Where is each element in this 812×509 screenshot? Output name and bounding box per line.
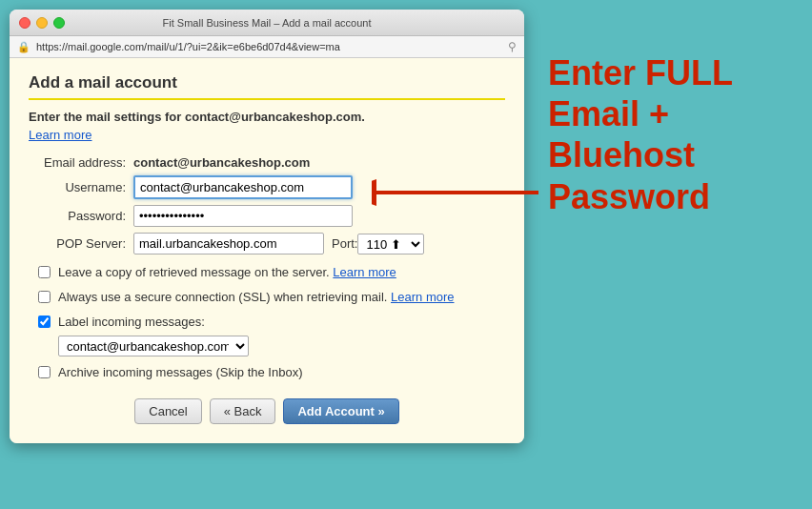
annotation-block: Enter FULL Email + Bluehost Password [548, 52, 733, 217]
password-label: Password: [29, 209, 133, 223]
annotation-line3: Bluehost [548, 134, 733, 175]
password-input[interactable] [133, 205, 353, 227]
cancel-button[interactable]: Cancel [134, 398, 201, 424]
label-dropdown[interactable]: contact@urbancakeshop.com [58, 336, 249, 356]
copy-checkbox-row: Leave a copy of retrieved message on the… [38, 264, 505, 281]
port-select[interactable]: 110 ⬆ 995 143 [357, 234, 424, 254]
instruction-text: Enter the mail settings for contact@urba… [29, 110, 505, 124]
port-label: Port: [332, 236, 357, 251]
close-button[interactable] [19, 17, 30, 29]
back-button[interactable]: « Back [210, 398, 276, 424]
port-field-group: 110 ⬆ 995 143 [357, 234, 424, 254]
ssl-learn-more-link[interactable]: Learn more [391, 290, 454, 304]
minimize-button[interactable] [36, 17, 48, 29]
email-address-value: contact@urbancakeshop.com [133, 155, 310, 170]
copy-learn-more-link[interactable]: Learn more [333, 265, 396, 279]
instruction-bold: Enter the mail settings for contact@urba… [29, 110, 365, 124]
page-wrapper: Fit Small Business Mail – Add a mail acc… [0, 0, 812, 509]
username-input[interactable] [133, 175, 353, 199]
dialog-title: Add a mail account [29, 73, 505, 100]
button-row: Cancel « Back Add Account » [29, 398, 505, 424]
popserver-input[interactable] [133, 233, 324, 254]
red-arrow-svg [372, 173, 543, 212]
popserver-row: POP Server: Port: 110 ⬆ 995 143 [29, 233, 505, 254]
lock-icon: 🔒 [17, 41, 30, 53]
popserver-label: POP Server: [29, 236, 133, 251]
annotation-line2: Email + [548, 93, 733, 134]
url-text: https://mail.google.com/mail/u/1/?ui=2&i… [36, 41, 502, 52]
copy-checkbox[interactable] [38, 266, 51, 278]
arrow-annotation [372, 173, 543, 214]
annotation-line1: Enter FULL [548, 52, 733, 93]
maximize-button[interactable] [53, 17, 65, 29]
browser-window: Fit Small Business Mail – Add a mail acc… [10, 10, 524, 443]
email-address-row: Email address: contact@urbancakeshop.com [29, 155, 505, 170]
address-bar: 🔒 https://mail.google.com/mail/u/1/?ui=2… [10, 36, 524, 58]
annotation-line4: Password [548, 176, 733, 217]
ssl-checkbox[interactable] [38, 291, 51, 303]
archive-label: Archive incoming messages (Skip the Inbo… [58, 364, 303, 381]
label-checkbox[interactable] [38, 316, 51, 328]
archive-checkbox[interactable] [38, 366, 51, 378]
title-bar: Fit Small Business Mail – Add a mail acc… [10, 10, 524, 36]
traffic-lights [19, 17, 65, 29]
window-title: Fit Small Business Mail – Add a mail acc… [163, 17, 372, 29]
instruction-block: Enter the mail settings for contact@urba… [29, 110, 505, 142]
email-label: Email address: [29, 155, 133, 170]
copy-label: Leave a copy of retrieved message on the… [58, 264, 396, 281]
username-label: Username: [29, 180, 133, 194]
ssl-checkbox-row: Always use a secure connection (SSL) whe… [38, 289, 505, 306]
search-icon[interactable]: ⚲ [508, 40, 517, 53]
ssl-label: Always use a secure connection (SSL) whe… [58, 289, 455, 306]
add-account-button[interactable]: Add Account » [283, 398, 398, 424]
learn-more-link[interactable]: Learn more [29, 128, 91, 142]
label-checkbox-row: Label incoming messages: contact@urbanca… [38, 314, 505, 356]
label-incoming-label: Label incoming messages: contact@urbanca… [58, 314, 249, 356]
checkbox-section: Leave a copy of retrieved message on the… [29, 264, 505, 381]
archive-checkbox-row: Archive incoming messages (Skip the Inbo… [38, 364, 505, 381]
dialog-content: Add a mail account Enter the mail settin… [10, 58, 524, 443]
